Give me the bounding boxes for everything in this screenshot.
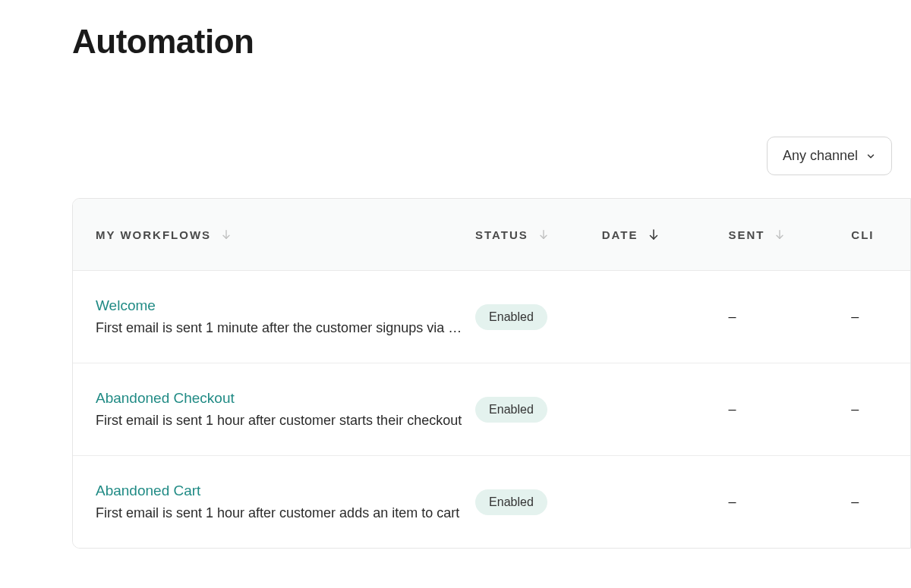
column-header-workflows[interactable]: MY WORKFLOWS — [96, 228, 475, 241]
table-header: MY WORKFLOWS STATUS DATE SENT — [73, 199, 910, 271]
arrow-down-icon — [220, 228, 232, 241]
chevron-down-icon — [865, 151, 876, 162]
arrow-down-icon — [774, 228, 786, 241]
cell-workflows: Abandoned Cart First email is sent 1 hou… — [96, 483, 475, 521]
cell-workflows: Abandoned Checkout First email is sent 1… — [96, 390, 475, 429]
status-badge: Enabled — [475, 304, 547, 330]
workflow-description: First email is sent 1 hour after custome… — [96, 413, 471, 429]
channel-filter-dropdown[interactable]: Any channel — [767, 137, 892, 175]
column-header-sent[interactable]: SENT — [728, 228, 851, 241]
column-header-status-label: STATUS — [475, 228, 528, 241]
column-header-sent-label: SENT — [728, 228, 764, 241]
cell-sent: – — [728, 309, 851, 325]
cell-sent: – — [728, 494, 851, 510]
status-badge: Enabled — [475, 397, 547, 423]
cell-workflows: Welcome First email is sent 1 minute aft… — [96, 297, 475, 336]
column-header-status[interactable]: STATUS — [475, 228, 602, 241]
cell-click: – — [851, 401, 887, 417]
cell-status: Enabled — [475, 489, 602, 515]
workflow-name-link[interactable]: Abandoned Cart — [96, 483, 475, 499]
page-title: Automation — [72, 23, 911, 61]
cell-sent: – — [728, 401, 851, 417]
cell-status: Enabled — [475, 304, 602, 330]
workflow-name-link[interactable]: Welcome — [96, 297, 475, 314]
workflow-description: First email is sent 1 minute after the c… — [96, 320, 471, 336]
workflow-name-link[interactable]: Abandoned Checkout — [96, 390, 475, 407]
cell-click: – — [851, 309, 887, 325]
filter-row: Any channel — [72, 137, 911, 175]
arrow-down-icon — [537, 228, 550, 241]
column-header-click[interactable]: CLI — [851, 228, 887, 241]
channel-filter-label: Any channel — [783, 148, 858, 164]
table-row: Welcome First email is sent 1 minute aft… — [73, 271, 910, 363]
status-badge: Enabled — [475, 489, 547, 515]
arrow-down-icon — [647, 228, 660, 241]
cell-click: – — [851, 494, 887, 510]
workflow-description: First email is sent 1 hour after custome… — [96, 505, 471, 521]
column-header-date[interactable]: DATE — [602, 228, 729, 241]
table-row: Abandoned Checkout First email is sent 1… — [73, 363, 910, 456]
column-header-click-label: CLI — [851, 228, 874, 241]
column-header-workflows-label: MY WORKFLOWS — [96, 228, 211, 241]
table-row: Abandoned Cart First email is sent 1 hou… — [73, 456, 910, 548]
workflows-table: MY WORKFLOWS STATUS DATE SENT — [72, 198, 911, 549]
cell-status: Enabled — [475, 397, 602, 423]
column-header-date-label: DATE — [602, 228, 638, 241]
